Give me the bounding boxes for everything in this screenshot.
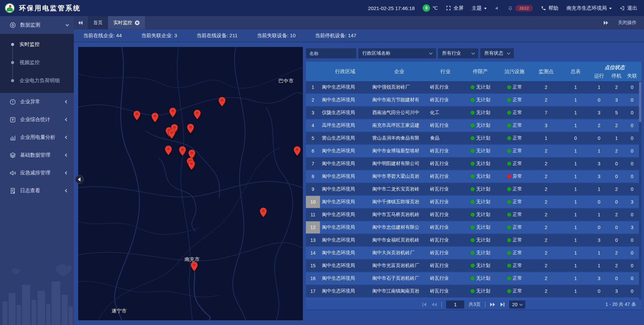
chevron-left-icon xyxy=(65,154,68,157)
map-pin-icon[interactable] xyxy=(169,107,176,117)
table-row-13[interactable]: 13阆中生态环境局阆中市金福旺页岩机砖砖瓦行业无计划正常21300 xyxy=(306,234,641,246)
sidebar-item-2[interactable]: 企业综合统计 xyxy=(0,111,74,128)
row-number: 9 xyxy=(306,183,320,195)
map-pin-icon[interactable] xyxy=(187,123,194,133)
sidebar-item-0[interactable]: 数据监测 xyxy=(0,16,74,34)
cell-industry: 化工 xyxy=(428,107,463,119)
pagination-bar: 共3页 20 1 - 20 共 47 条 xyxy=(306,300,641,310)
table-row-3[interactable]: 3仪陇生态环境局西南油气田分公司川中化工无计划正常71350 xyxy=(306,107,641,119)
sidebar-subitem-实时监控[interactable]: 实时监控 xyxy=(0,35,74,53)
sidebar-item-3[interactable]: 企业用电量分析 xyxy=(0,128,74,146)
table-row-11[interactable]: 11阆中生态环境局阆中市五马桥页岩机砖砖瓦行业无计划正常21120 xyxy=(306,209,641,221)
cell-total-meters: 1 xyxy=(561,285,590,297)
table-scrollbar[interactable] xyxy=(639,81,641,300)
table-row-2[interactable]: 2阆中生态环境局阆中市南方节能建材有砖瓦行业无计划正常21030 xyxy=(306,94,641,106)
org-menu[interactable]: 南充市生态环境局 xyxy=(567,5,612,11)
sidebar-subitem-视频监控[interactable]: 视频监控 xyxy=(0,53,74,71)
table-row-10[interactable]: 10阆中生态环境局阆中千佛镇五郎垭页岩砖瓦行业无计划正常21003 xyxy=(306,196,641,208)
cell-limit-status: 无计划 xyxy=(463,221,498,233)
cell-running: 1 xyxy=(590,247,608,259)
table-row-4[interactable]: 4高坪生态环境局南充市高坪区王家店建砖瓦行业无计划正常31220 xyxy=(306,119,641,131)
page-number-input[interactable] xyxy=(446,301,464,309)
status-select[interactable]: 所有状态 xyxy=(480,48,514,58)
table-row-17[interactable]: 17阆中生态环境局阆中市江南镇阆南页岩砖瓦行业无计划正常21030 xyxy=(306,285,641,297)
sidebar-item-4[interactable]: 基础数据管理 xyxy=(0,146,74,164)
close-actions-menu[interactable]: 关闭操作 xyxy=(618,20,637,26)
map-pin-icon[interactable] xyxy=(293,146,301,156)
map-pin-icon[interactable] xyxy=(168,129,175,139)
tabs-scroll-left-button[interactable] xyxy=(74,16,88,29)
table-row-6[interactable]: 6阆中生态环境局阆中市金博瑞新型墙材砖瓦行业无计划正常21120 xyxy=(306,145,641,157)
map-collapse-handle[interactable] xyxy=(75,175,84,184)
page-prev-icon[interactable] xyxy=(431,302,437,307)
map-pin-icon[interactable] xyxy=(188,160,195,170)
industry-select[interactable]: 所有行业 xyxy=(438,48,478,58)
table-row-7[interactable]: 7阆中生态环境局阆中明阳建材有限公司砖瓦行业无计划正常21300 xyxy=(306,158,641,170)
map-pin-icon[interactable] xyxy=(133,110,141,120)
cell-running: 1 xyxy=(590,260,608,272)
enterprise-table: 行政区域 企业 行业 停限产 治污设施 监测点 总表 点位状态 运行 停机 失联… xyxy=(306,62,641,300)
map-pin-icon[interactable] xyxy=(151,112,159,122)
cell-industry: 食品 xyxy=(428,132,463,144)
tab-首页[interactable]: 首页 xyxy=(88,16,108,29)
status-stat-value: 3 xyxy=(174,33,177,38)
cell-monitor-points: 2 xyxy=(531,234,561,246)
status-dot-green xyxy=(507,123,511,127)
page-size-select[interactable]: 20 xyxy=(509,301,525,309)
sidebar-item-1[interactable]: 企业异常 xyxy=(0,93,74,111)
cell-stopped: 0 xyxy=(608,158,625,170)
sidebar-item-6[interactable]: 日志查看 xyxy=(0,182,74,200)
notifications-button[interactable]: 2632 xyxy=(508,5,533,11)
table-row-12[interactable]: 12阆中生态环境局阆中市忠信建材有限公砖瓦行业无计划正常21003 xyxy=(306,221,641,233)
cell-treatment-status: 正常 xyxy=(498,272,531,284)
cell-limit-status: 无计划 xyxy=(463,145,498,157)
cell-industry: 砖瓦行业 xyxy=(428,196,463,208)
mute-button[interactable] xyxy=(495,6,500,11)
name-search-input[interactable] xyxy=(306,48,356,58)
cell-offline: 3 xyxy=(625,221,639,233)
tab-实时监控[interactable]: 实时监控 xyxy=(108,16,145,29)
cell-treatment-status: 正常 xyxy=(498,285,531,297)
app-logo-icon xyxy=(5,3,15,13)
sidebar-subitem-企业电力负荷明细[interactable]: 企业电力负荷明细 xyxy=(0,71,74,90)
logout-button[interactable]: 退出 xyxy=(620,5,637,11)
tab-close-icon[interactable] xyxy=(135,20,140,25)
map-pin-icon[interactable] xyxy=(165,145,172,155)
speaker-muted-icon xyxy=(495,6,500,11)
map-pin-icon[interactable] xyxy=(260,207,267,217)
col-group-point-status: 点位状态 xyxy=(590,62,639,71)
sidebar-item-label: 企业异常 xyxy=(20,99,61,105)
region-select[interactable]: 行政区域名称 xyxy=(358,48,436,58)
help-button[interactable]: 帮助 xyxy=(541,5,558,11)
page-next-icon[interactable] xyxy=(490,302,495,307)
table-row-8[interactable]: 8阆中生态环境局阆中市枣碧大梁山页岩砖瓦行业无计划异常21300 xyxy=(306,170,641,182)
chevron-down-icon xyxy=(507,51,511,54)
map-panel[interactable]: 巴中市南充市遂宁市 xyxy=(78,47,303,320)
table-row-5[interactable]: 5营山生态环境局营山县润丰肉食品有限食品无计划正常10010 xyxy=(306,132,641,144)
table-row-14[interactable]: 14阆中生态环境局阆中大兴页岩机砖厂砖瓦行业无计划正常21120 xyxy=(306,247,641,259)
sidebar-item-5[interactable]: 应急减排管理 xyxy=(0,164,74,182)
map-pin-icon[interactable] xyxy=(191,261,198,271)
cell-company: 阆中大兴页岩机砖厂 xyxy=(370,247,428,259)
cell-monitor-points: 2 xyxy=(531,183,561,195)
map-pin-icon[interactable] xyxy=(179,146,186,156)
table-row-15[interactable]: 15阆中生态环境局阆中市光富页岩机砖厂砖瓦行业无计划正常21120 xyxy=(306,260,641,272)
map-pin-icon[interactable] xyxy=(218,97,226,107)
page-last-icon[interactable] xyxy=(500,302,505,307)
page-first-icon[interactable] xyxy=(422,302,427,307)
gauge-icon xyxy=(9,22,16,29)
table-row-1[interactable]: 1阆中生态环境局阆中强锐页岩砖厂砖瓦行业无计划正常21120 xyxy=(306,81,641,93)
theme-menu[interactable]: 主题 xyxy=(472,5,487,11)
tabs-scroll-right-button[interactable] xyxy=(603,20,608,25)
fullscreen-button[interactable]: 全屏 xyxy=(446,5,464,11)
row-number: 7 xyxy=(306,158,320,170)
table-row-9[interactable]: 9阆中生态环境局阆中市二龙长宝页岩砖砖瓦行业无计划正常21120 xyxy=(306,183,641,195)
cell-stopped: 5 xyxy=(608,107,625,119)
map-roads xyxy=(78,47,303,320)
status-dot-green xyxy=(507,200,511,204)
cell-region: 仪陇生态环境局 xyxy=(320,107,370,119)
status-dot-green xyxy=(507,111,511,115)
table-scrollbar-thumb[interactable] xyxy=(639,82,641,122)
table-row-16[interactable]: 16阆中生态环境局阆中市石子页岩机砖厂砖瓦行业无计划正常21300 xyxy=(306,272,641,284)
map-pin-icon[interactable] xyxy=(194,109,201,119)
